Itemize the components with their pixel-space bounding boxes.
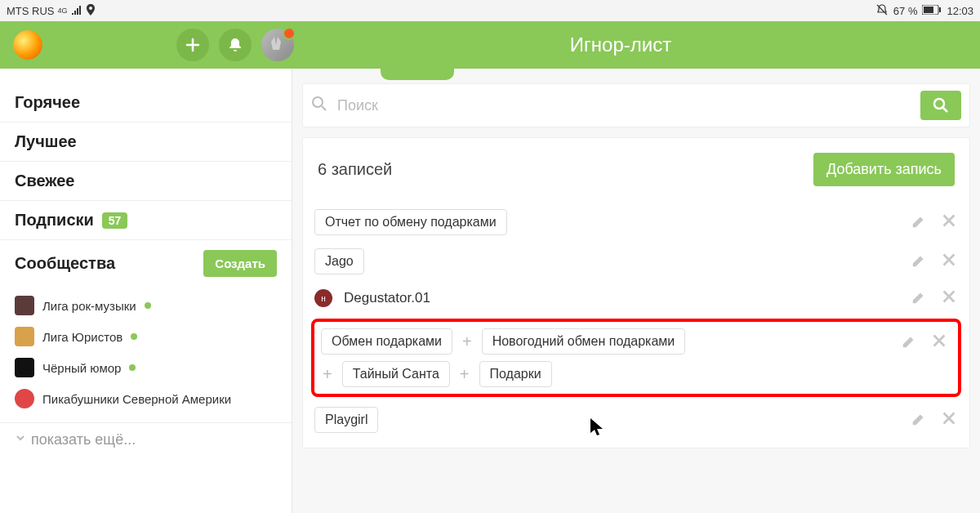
active-tab-indicator	[381, 65, 454, 80]
sidebar-item-fresh[interactable]: Свежее	[0, 162, 292, 201]
search-bar	[302, 83, 970, 127]
battery-icon	[922, 5, 942, 17]
edit-icon[interactable]	[911, 409, 929, 430]
plus-icon: +	[321, 365, 334, 384]
mute-icon	[875, 3, 889, 19]
community-thumb	[15, 389, 34, 408]
close-icon[interactable]	[940, 409, 958, 430]
show-more-button[interactable]: показать ещё...	[0, 422, 292, 457]
entry-row: Playgirl	[303, 400, 969, 439]
page-title: Игнор-лист	[294, 33, 947, 56]
signal-icon	[71, 5, 82, 17]
chevron-down-icon	[15, 430, 26, 448]
entry-chip[interactable]: Отчет по обмену подарками	[314, 209, 507, 235]
community-label: Лига Юристов	[42, 330, 122, 344]
community-row[interactable]: Лига рок-музыки	[0, 290, 292, 321]
svg-rect-1	[924, 7, 933, 13]
community-label: Чёрный юмор	[42, 361, 121, 375]
subscriptions-count-badge: 57	[102, 212, 128, 229]
community-row[interactable]: Лига Юристов	[0, 321, 292, 352]
battery-percent: 67 %	[893, 5, 918, 17]
create-community-button[interactable]: Создать	[203, 250, 277, 277]
search-button[interactable]	[920, 91, 961, 120]
sidebar-item-hot[interactable]: Горячее	[0, 83, 292, 123]
cursor-icon	[589, 417, 605, 441]
community-list: Лига рок-музыки Лига Юристов Чёрный юмор…	[0, 287, 292, 417]
online-dot-icon	[145, 302, 151, 309]
entry-row: Jago	[303, 242, 969, 281]
add-record-button[interactable]: Добавить запись	[813, 153, 955, 186]
plus-icon: +	[461, 332, 474, 351]
add-post-button[interactable]	[176, 29, 209, 61]
sidebar: Горячее Лучшее Свежее Подписки 57 Сообще…	[0, 69, 292, 513]
svg-point-3	[313, 97, 323, 107]
online-dot-icon	[131, 333, 137, 340]
entry-chip[interactable]: Playgirl	[314, 407, 378, 433]
close-icon[interactable]	[930, 332, 948, 353]
entry-row: н Degustator.01	[303, 281, 969, 315]
app-logo[interactable]	[13, 30, 42, 60]
svg-rect-2	[939, 7, 941, 12]
community-label: Лига рок-музыки	[42, 299, 136, 313]
svg-point-4	[934, 99, 944, 109]
community-thumb	[15, 296, 34, 315]
entries-list: Отчет по обмену подарками Jago н Degusta…	[302, 198, 970, 448]
community-label: Пикабушники Северной Америки	[42, 392, 231, 406]
close-icon[interactable]	[940, 212, 958, 233]
sidebar-item-subscriptions[interactable]: Подписки 57	[0, 201, 292, 240]
app-header: Игнор-лист	[0, 21, 980, 69]
records-count-label: 6 записей	[318, 160, 392, 179]
edit-icon[interactable]	[911, 212, 929, 233]
notifications-button[interactable]	[219, 29, 252, 61]
user-avatar-small: н	[314, 289, 332, 307]
community-thumb	[15, 327, 34, 346]
edit-icon[interactable]	[901, 332, 919, 353]
entry-chip[interactable]: Jago	[314, 248, 364, 274]
community-row[interactable]: Пикабушники Северной Америки	[0, 383, 292, 414]
edit-icon[interactable]	[911, 251, 929, 272]
sidebar-item-communities: Сообщества Создать	[0, 240, 292, 287]
location-icon	[86, 4, 96, 18]
entry-chip[interactable]: Тайный Санта	[342, 361, 450, 387]
show-more-label: показать ещё...	[31, 431, 136, 448]
user-avatar[interactable]	[261, 29, 294, 61]
edit-icon[interactable]	[911, 288, 929, 309]
search-icon	[311, 96, 327, 115]
status-bar: MTS RUS 4G 67 % 12:03	[0, 0, 980, 21]
entry-chip[interactable]: Подарки	[479, 361, 552, 387]
carrier-label: MTS RUS	[7, 5, 55, 17]
plus-icon: +	[458, 365, 471, 384]
entry-row: Отчет по обмену подарками	[303, 203, 969, 242]
entry-chip[interactable]: Новогодний обмен подарками	[482, 328, 686, 355]
entry-user-label[interactable]: Degustator.01	[344, 290, 430, 306]
online-dot-icon	[129, 364, 136, 371]
network-label: 4G	[58, 7, 68, 15]
search-input[interactable]	[337, 97, 911, 114]
highlighted-entry: Обмен подарками + Новогодний обмен подар…	[311, 319, 961, 397]
community-row[interactable]: Чёрный юмор	[0, 352, 292, 383]
sidebar-item-label: Подписки	[15, 211, 94, 230]
entry-chip[interactable]: Обмен подарками	[321, 328, 452, 355]
close-icon[interactable]	[940, 251, 958, 272]
records-header: 6 записей Добавить запись	[302, 137, 970, 198]
sidebar-item-label: Сообщества	[15, 254, 115, 273]
sidebar-item-best[interactable]: Лучшее	[0, 123, 292, 162]
community-thumb	[15, 358, 34, 377]
close-icon[interactable]	[940, 288, 958, 309]
content-area: 6 записей Добавить запись Отчет по обмен…	[292, 69, 980, 513]
clock-label: 12:03	[947, 5, 973, 17]
